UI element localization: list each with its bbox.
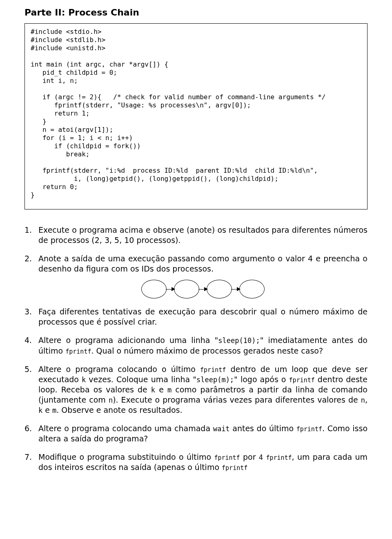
- text: ,: [365, 395, 368, 404]
- question-7: Modifique o programa substituindo o últi…: [24, 452, 368, 472]
- text: . Observe e anote os resultados.: [56, 405, 182, 414]
- question-5: Altere o programa colocando o último fpr…: [24, 364, 368, 415]
- question-1: Execute o programa acima e observe (anot…: [24, 225, 368, 245]
- process-node: [174, 280, 199, 298]
- inline-code: fprintf: [266, 454, 292, 461]
- inline-code: sleep(10);: [218, 336, 260, 345]
- inline-code: fprintf: [289, 376, 315, 384]
- question-list: Execute o programa acima e observe (anot…: [24, 225, 368, 472]
- inline-code: k: [151, 386, 155, 394]
- inline-code: 4: [259, 453, 263, 461]
- question-6: Altere o programa colocando uma chamada …: [24, 423, 368, 444]
- question-3: Faça diferentes tentativas de execução p…: [24, 307, 368, 327]
- text: ). Execute o programa várias vezes para …: [113, 395, 361, 404]
- code-listing: #include <stdio.h> #include <stdlib.h> #…: [24, 23, 368, 209]
- process-node: [207, 280, 232, 298]
- inline-code: wait: [213, 425, 230, 433]
- section-title: Parte II: Process Chain: [24, 7, 368, 18]
- inline-code: k: [82, 376, 86, 384]
- question-text: Execute o programa acima e observe (anot…: [38, 225, 368, 245]
- text: Modifique o programa substituindo o últi…: [38, 452, 214, 461]
- text: . Qual o número máximo de processos gera…: [91, 346, 323, 355]
- document-page: Parte II: Process Chain #include <stdio.…: [0, 0, 392, 489]
- question-4: Altere o programa adicionando uma linha …: [24, 335, 368, 356]
- inline-code: fprintf: [296, 425, 322, 433]
- inline-code: fprintf: [200, 366, 226, 374]
- inline-code: fprintf: [214, 454, 240, 461]
- text: antes do último: [230, 424, 296, 433]
- inline-code: m: [52, 406, 56, 414]
- text: Altere o programa colocando o último: [38, 365, 200, 374]
- text: Altere o programa adicionando uma linha …: [38, 336, 218, 345]
- arrow-icon: [166, 289, 175, 290]
- process-node: [141, 280, 167, 298]
- question-text: Anote a saída de uma execução passando c…: [38, 254, 368, 273]
- inline-code: m: [167, 386, 172, 394]
- arrow-icon: [198, 289, 207, 290]
- text: e: [155, 385, 167, 394]
- text: " logo após o: [234, 375, 289, 384]
- question-2: Anote a saída de uma execução passando c…: [24, 254, 368, 298]
- inline-code: sleep(m);: [196, 376, 234, 384]
- process-node: [239, 280, 265, 298]
- arrow-icon: [231, 289, 240, 290]
- inline-code: fprintf: [222, 464, 247, 472]
- text: por: [240, 452, 259, 461]
- text: Altere o programa colocando uma chamada: [38, 424, 213, 433]
- text: e: [42, 405, 52, 414]
- text: vezes. Coloque uma linha ": [86, 375, 196, 384]
- inline-code: fprintf: [65, 348, 91, 355]
- process-chain-diagram: [38, 280, 368, 298]
- inline-code: n: [109, 396, 113, 404]
- question-text: Faça diferentes tentativas de execução p…: [38, 307, 368, 326]
- inline-code: n: [361, 396, 365, 404]
- inline-code: k: [38, 406, 42, 414]
